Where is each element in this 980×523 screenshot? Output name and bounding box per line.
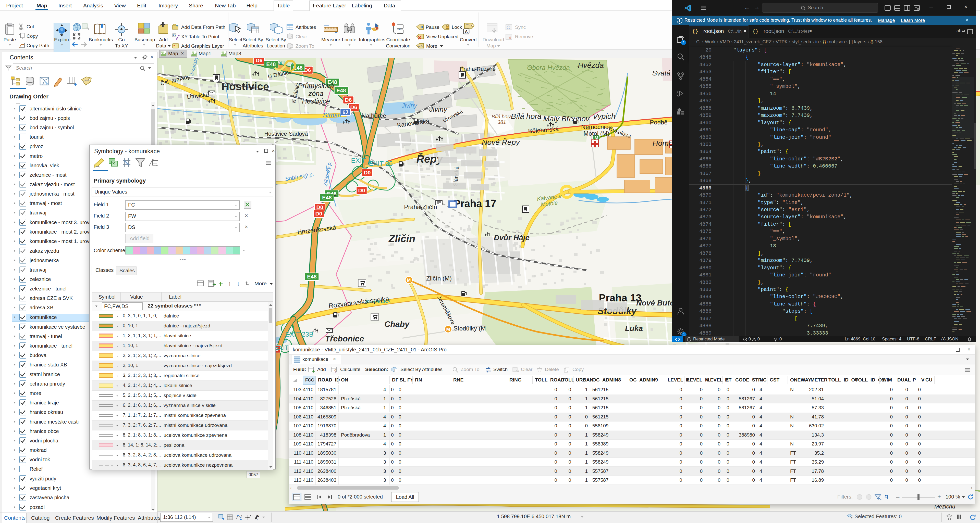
svg-text:Stodůlky (M: Stodůlky (M: [453, 325, 486, 332]
svg-text:Jiviny: Jiviny: [429, 105, 448, 113]
svg-text:Nové Řepy: Nové Řepy: [482, 138, 520, 146]
svg-text:Jiviny: Jiviny: [401, 102, 417, 109]
svg-text:E48: E48: [322, 195, 332, 200]
svg-text:Třebonice: Třebonice: [325, 334, 364, 343]
svg-text:EXIT 1: EXIT 1: [351, 157, 371, 164]
svg-text:D0: D0: [358, 187, 365, 193]
svg-text:Luka: Luka: [625, 324, 643, 333]
svg-text:EXIT 26: EXIT 26: [369, 160, 393, 167]
svg-text:Nové Buto: Nové Buto: [636, 299, 675, 307]
svg-text:Bílá hora: Bílá hora: [492, 114, 512, 119]
svg-text:?: ?: [334, 369, 337, 373]
svg-text:Hostivice: Hostivice: [221, 81, 269, 93]
svg-text:0057: 0057: [248, 472, 258, 477]
svg-text:Zličín: Zličín: [388, 233, 415, 244]
svg-text:M: M: [407, 278, 411, 283]
svg-text:D6: D6: [350, 104, 357, 110]
svg-text:D0: D0: [317, 204, 323, 210]
svg-text:zóna: zóna: [308, 90, 324, 97]
svg-text:Hostivice: Hostivice: [302, 97, 330, 105]
svg-text:ŘEVNICKÁ: ŘEVNICKÁ: [366, 299, 390, 304]
svg-text:Praha-Ruzyně: Praha-Ruzyně: [460, 66, 496, 72]
svg-text:Nemocnice: Nemocnice: [581, 124, 612, 130]
svg-text:6J: 6J: [342, 109, 348, 115]
svg-text:N: N: [257, 514, 259, 518]
svg-text:Bílá hora: Bílá hora: [511, 112, 542, 120]
svg-text:Podbě: Podbě: [650, 119, 667, 126]
svg-text:M: M: [446, 327, 450, 332]
svg-text:Obora Hvězda: Obora Hvězda: [527, 64, 570, 71]
svg-text:Zličín (M): Zličín (M): [426, 275, 452, 282]
svg-text:Vypich: Vypich: [593, 112, 616, 120]
svg-text:Na hůrce: Na hůrce: [361, 112, 386, 119]
svg-text:Chaby: Chaby: [384, 320, 410, 329]
svg-text:Hvězda: Hvězda: [578, 61, 604, 69]
svg-text:Strnad: Strnad: [323, 112, 341, 119]
svg-text:EXIT 23B: EXIT 23B: [285, 330, 313, 338]
svg-text:E48: E48: [336, 87, 346, 94]
svg-text:Malý Břevnov: Malý Břevnov: [543, 114, 590, 123]
svg-text:Praha-Zličín: Praha-Zličín: [404, 203, 437, 210]
svg-text:D6: D6: [345, 97, 352, 103]
svg-text:Motol (M): Motol (M): [584, 130, 609, 137]
svg-text:381: 381: [497, 119, 506, 125]
svg-text:XY: XY: [173, 34, 177, 37]
svg-text:D0: D0: [315, 211, 322, 217]
svg-text:Dvůr Háje: Dvůr Háje: [494, 233, 530, 242]
svg-text:D6: D6: [256, 58, 262, 63]
svg-text:Praha 13: Praha 13: [599, 292, 641, 303]
svg-text:Hostivice-Sadová: Hostivice-Sadová: [264, 130, 308, 137]
svg-text:Praha 17: Praha 17: [454, 198, 496, 209]
svg-text:E48: E48: [307, 274, 317, 279]
svg-text:Průmyslová: Průmyslová: [298, 82, 334, 90]
svg-text:D0: D0: [364, 170, 371, 176]
